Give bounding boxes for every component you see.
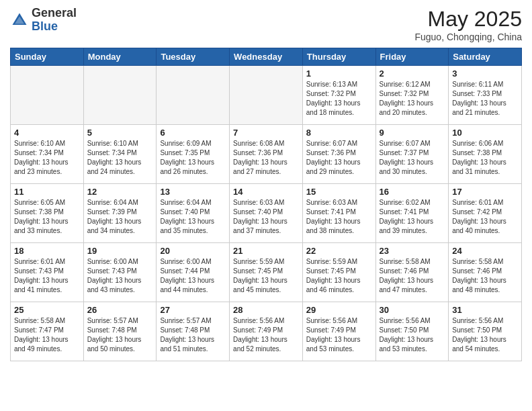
day-cell: 25Sunrise: 5:58 AMSunset: 7:47 PMDayligh… [11,302,84,361]
day-number: 23 [380,246,445,256]
day-cell: 22Sunrise: 5:59 AMSunset: 7:45 PMDayligh… [302,243,375,302]
weekday-header-tuesday: Tuesday [157,48,230,66]
day-number: 25 [14,305,80,315]
day-cell: 28Sunrise: 5:56 AMSunset: 7:49 PMDayligh… [230,302,303,361]
day-cell [157,66,230,125]
day-number: 26 [87,305,153,315]
day-info: Sunrise: 6:03 AMSunset: 7:41 PMDaylight:… [306,198,372,236]
day-number: 6 [160,128,226,138]
day-cell: 2Sunrise: 6:12 AMSunset: 7:32 PMDaylight… [375,66,449,125]
day-info: Sunrise: 6:07 AMSunset: 7:36 PMDaylight:… [306,139,372,177]
day-info: Sunrise: 6:01 AMSunset: 7:43 PMDaylight:… [14,257,80,295]
day-number: 8 [306,128,372,138]
day-cell: 23Sunrise: 5:58 AMSunset: 7:46 PMDayligh… [375,243,449,302]
day-number: 16 [380,187,445,197]
day-cell: 27Sunrise: 5:57 AMSunset: 7:48 PMDayligh… [157,302,230,361]
day-number: 15 [306,187,372,197]
day-number: 29 [306,305,372,315]
day-info: Sunrise: 6:04 AMSunset: 7:40 PMDaylight:… [160,198,226,236]
day-number: 24 [452,246,518,256]
location: Fuguo, Chongqing, China [414,32,522,42]
day-number: 13 [160,187,226,197]
day-cell [11,66,84,125]
day-number: 28 [233,305,299,315]
title-block: May 2025 Fuguo, Chongqing, China [414,7,522,42]
day-info: Sunrise: 6:04 AMSunset: 7:39 PMDaylight:… [87,198,153,236]
day-info: Sunrise: 6:06 AMSunset: 7:38 PMDaylight:… [452,139,518,177]
day-cell: 12Sunrise: 6:04 AMSunset: 7:39 PMDayligh… [83,184,157,243]
day-number: 31 [452,305,518,315]
week-row-2: 4Sunrise: 6:10 AMSunset: 7:34 PMDaylight… [11,125,522,184]
day-cell: 29Sunrise: 5:56 AMSunset: 7:49 PMDayligh… [302,302,375,361]
day-cell: 3Sunrise: 6:11 AMSunset: 7:33 PMDaylight… [449,66,522,125]
weekday-header-friday: Friday [375,48,449,66]
weekday-header-wednesday: Wednesday [230,48,303,66]
day-info: Sunrise: 5:56 AMSunset: 7:49 PMDaylight:… [233,316,299,354]
day-cell: 5Sunrise: 6:10 AMSunset: 7:34 PMDaylight… [83,125,157,184]
weekday-header-thursday: Thursday [302,48,375,66]
day-info: Sunrise: 5:56 AMSunset: 7:50 PMDaylight:… [452,316,518,354]
day-info: Sunrise: 6:09 AMSunset: 7:35 PMDaylight:… [160,139,226,177]
day-cell: 30Sunrise: 5:56 AMSunset: 7:50 PMDayligh… [375,302,449,361]
day-number: 21 [233,246,299,256]
week-row-4: 18Sunrise: 6:01 AMSunset: 7:43 PMDayligh… [11,243,522,302]
day-info: Sunrise: 5:56 AMSunset: 7:50 PMDaylight:… [380,316,445,354]
day-info: Sunrise: 5:59 AMSunset: 7:45 PMDaylight:… [233,257,299,295]
logo-icon [10,11,29,30]
day-number: 19 [87,246,153,256]
day-info: Sunrise: 6:00 AMSunset: 7:44 PMDaylight:… [160,257,226,295]
day-cell: 17Sunrise: 6:01 AMSunset: 7:42 PMDayligh… [449,184,522,243]
day-cell: 9Sunrise: 6:07 AMSunset: 7:37 PMDaylight… [375,125,449,184]
day-info: Sunrise: 6:13 AMSunset: 7:32 PMDaylight:… [306,80,372,118]
day-cell: 6Sunrise: 6:09 AMSunset: 7:35 PMDaylight… [157,125,230,184]
weekday-header-row: SundayMondayTuesdayWednesdayThursdayFrid… [11,48,522,66]
day-cell: 13Sunrise: 6:04 AMSunset: 7:40 PMDayligh… [157,184,230,243]
day-number: 18 [14,246,80,256]
week-row-1: 1Sunrise: 6:13 AMSunset: 7:32 PMDaylight… [11,66,522,125]
day-info: Sunrise: 5:58 AMSunset: 7:46 PMDaylight:… [452,257,518,295]
weekday-header-saturday: Saturday [449,48,522,66]
day-cell: 15Sunrise: 6:03 AMSunset: 7:41 PMDayligh… [302,184,375,243]
day-cell: 20Sunrise: 6:00 AMSunset: 7:44 PMDayligh… [157,243,230,302]
day-number: 1 [306,68,372,79]
day-cell: 21Sunrise: 5:59 AMSunset: 7:45 PMDayligh… [230,243,303,302]
day-number: 22 [306,246,372,256]
day-number: 4 [14,128,80,138]
day-cell: 11Sunrise: 6:05 AMSunset: 7:38 PMDayligh… [11,184,84,243]
day-cell: 14Sunrise: 6:03 AMSunset: 7:40 PMDayligh… [230,184,303,243]
day-info: Sunrise: 6:10 AMSunset: 7:34 PMDaylight:… [14,139,80,177]
day-info: Sunrise: 5:56 AMSunset: 7:49 PMDaylight:… [306,316,372,354]
day-number: 9 [380,128,445,138]
day-cell: 10Sunrise: 6:06 AMSunset: 7:38 PMDayligh… [449,125,522,184]
day-cell: 4Sunrise: 6:10 AMSunset: 7:34 PMDaylight… [11,125,84,184]
logo-text: General Blue [32,7,77,34]
page-header: General Blue May 2025 Fuguo, Chongqing, … [10,7,522,42]
day-cell: 19Sunrise: 6:00 AMSunset: 7:43 PMDayligh… [83,243,157,302]
day-info: Sunrise: 6:08 AMSunset: 7:36 PMDaylight:… [233,139,299,177]
day-cell: 16Sunrise: 6:02 AMSunset: 7:41 PMDayligh… [375,184,449,243]
logo-blue: Blue [32,19,58,33]
calendar-table: SundayMondayTuesdayWednesdayThursdayFrid… [10,48,522,361]
day-number: 10 [452,128,518,138]
day-info: Sunrise: 6:05 AMSunset: 7:38 PMDaylight:… [14,198,80,236]
logo-general: General [32,6,77,19]
day-number: 11 [14,187,80,197]
day-cell: 7Sunrise: 6:08 AMSunset: 7:36 PMDaylight… [230,125,303,184]
logo: General Blue [10,7,77,34]
day-number: 30 [380,305,445,315]
day-cell: 31Sunrise: 5:56 AMSunset: 7:50 PMDayligh… [449,302,522,361]
day-number: 3 [452,68,518,79]
day-info: Sunrise: 5:57 AMSunset: 7:48 PMDaylight:… [87,316,153,354]
day-info: Sunrise: 5:57 AMSunset: 7:48 PMDaylight:… [160,316,226,354]
week-row-5: 25Sunrise: 5:58 AMSunset: 7:47 PMDayligh… [11,302,522,361]
day-number: 27 [160,305,226,315]
day-cell [230,66,303,125]
day-cell: 24Sunrise: 5:58 AMSunset: 7:46 PMDayligh… [449,243,522,302]
day-cell: 1Sunrise: 6:13 AMSunset: 7:32 PMDaylight… [302,66,375,125]
day-info: Sunrise: 6:00 AMSunset: 7:43 PMDaylight:… [87,257,153,295]
day-number: 14 [233,187,299,197]
day-info: Sunrise: 5:58 AMSunset: 7:46 PMDaylight:… [380,257,445,295]
day-info: Sunrise: 6:12 AMSunset: 7:32 PMDaylight:… [380,80,445,118]
day-info: Sunrise: 6:10 AMSunset: 7:34 PMDaylight:… [87,139,153,177]
day-info: Sunrise: 6:02 AMSunset: 7:41 PMDaylight:… [380,198,445,236]
